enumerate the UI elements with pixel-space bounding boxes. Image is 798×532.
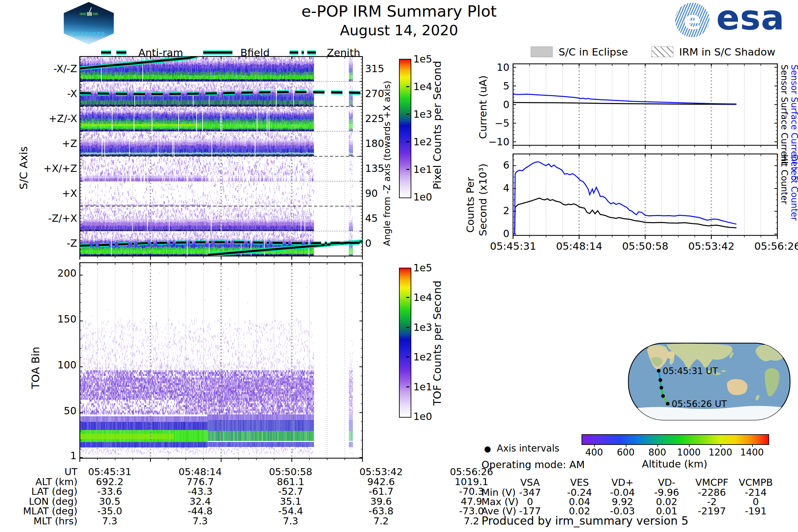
sc-axis-spectrogram-canvas	[79, 56, 363, 261]
esa-logo: e esa	[675, 2, 795, 39]
colorbar-tick-mark	[406, 86, 409, 87]
sensor-current-chart-canvas	[512, 63, 778, 150]
angle-axis-label: Angle from -Z axis (towards +X axis)	[382, 66, 392, 246]
pixel-cb-tick-label: 1e3	[413, 108, 432, 120]
sc-row-label: +X/+Z	[20, 163, 77, 174]
esa-globe-letter: e	[684, 5, 701, 35]
sc-row-label: -Z	[20, 238, 77, 249]
time-tick-label: 05:56:26	[746, 240, 798, 252]
colorbar-tick-mark	[406, 141, 409, 142]
time-tick-label: 05:45:31	[481, 240, 545, 252]
axis-intervals-dot-icon: ●	[484, 444, 491, 454]
vtable-header: VMCPF	[689, 477, 735, 488]
angle-tick-label: 0	[365, 238, 372, 249]
current-tick-label: 10	[476, 61, 509, 73]
toa-spectrogram-canvas	[79, 262, 363, 463]
counters-chart-canvas	[512, 153, 778, 240]
pixel-counts-colorbar	[399, 59, 411, 198]
counts-tick-label: 2	[476, 205, 509, 216]
angle-tick-label: 270	[365, 88, 384, 99]
pixel-counts-colorbar-label: Pixel Counts per Second	[431, 70, 443, 190]
altitude-tick-mark	[626, 444, 626, 447]
colorbar-tick-mark	[406, 169, 409, 170]
eclipse-patch-icon	[531, 46, 553, 57]
tof-counts-colorbar	[399, 268, 411, 418]
dashdot-line-sample	[288, 49, 320, 56]
counts-ylabel-line1: Counts Per	[464, 166, 476, 233]
sensor-surface-current-label: Sensor Surface Current	[779, 64, 790, 165]
esa-wordmark: esa	[716, 0, 785, 38]
legend-label: IRM in S/C Shadow	[679, 46, 775, 58]
tof-cb-tick-label: 1e3	[413, 322, 432, 333]
toa-tick-label: 50	[17, 405, 76, 417]
esa-globe-icon: e	[675, 3, 709, 37]
axis-intervals-label: Axis intervals	[497, 443, 559, 454]
operating-mode-text: Operating mode: AM	[481, 459, 585, 471]
colorbar-tick-mark	[406, 327, 409, 328]
angle-tick-label: 225	[365, 113, 384, 125]
vtable-header: VES	[556, 477, 603, 488]
sc-row-label: -X	[20, 88, 77, 99]
altitude-colorbar	[582, 434, 769, 445]
legend-item-gray: S/C in Eclipse	[531, 46, 628, 58]
solid-line-sample	[202, 49, 234, 56]
axis-interval-dot	[661, 394, 665, 398]
irm-summary-figure: CASSIOPE e-POP IRM Summary Plot August 1…	[0, 0, 798, 532]
tof-cb-tick-label: 1e2	[413, 351, 432, 363]
colorbar-tick-mark	[406, 386, 409, 387]
track-start-label: 05:45:31 UT	[663, 366, 718, 376]
sc-row-label: -Z/+X	[20, 212, 77, 224]
altitude-colorbar-label: Altitude (km)	[582, 458, 768, 470]
altitude-tick-mark	[594, 444, 595, 447]
colorbar-tick-mark	[406, 357, 409, 358]
legend-item-hatched: IRM in S/C Shadow	[651, 46, 775, 58]
toa-tick-label: 100	[17, 359, 76, 371]
time-tick-label: 05:53:42	[680, 240, 743, 252]
altitude-tick-mark	[657, 444, 658, 447]
footer-text: Produced by irm_summary version 5	[481, 514, 689, 527]
angle-tick-label: 135	[365, 163, 384, 174]
current-tick-label: −10	[476, 136, 509, 148]
angle-tick-label: 315	[365, 63, 384, 75]
colorbar-tick-mark	[406, 114, 409, 115]
vtable-header: VD+	[599, 477, 646, 488]
vtable-cell: -191	[733, 506, 779, 517]
tof-counts-colorbar-label: TOF Counts per Second	[431, 279, 443, 406]
sc-axis-ylabel: S/C Axis	[17, 123, 30, 190]
sc-row-label: +Z/-X	[20, 113, 77, 125]
toa-tick-label: 200	[17, 267, 76, 279]
current-tick-label: −5	[476, 117, 509, 129]
tof-cb-tick-label: 1e5	[413, 262, 432, 274]
eph-cell: 7.3	[156, 515, 244, 527]
legend-label: S/C in Eclipse	[558, 46, 628, 58]
dashed-line-sample	[100, 49, 132, 56]
pixel-cb-tick-label: 1e1	[413, 164, 432, 175]
altitude-tick-mark	[689, 444, 690, 447]
angle-tick-label: 180	[365, 138, 384, 149]
sc-row-label: -X/-Z	[20, 63, 77, 75]
toa-tick-label: 150	[17, 313, 76, 325]
angle-tick-label: 45	[365, 212, 378, 224]
sc-row-label: +X	[20, 188, 77, 199]
toa-tick-label: 1	[17, 450, 76, 461]
counts-tick-label: 0	[476, 228, 509, 240]
map-australia	[727, 379, 747, 395]
altitude-tick-mark	[752, 444, 753, 447]
ground-track-map: 05:45:31 UT05:56:26 UT	[628, 342, 791, 421]
tof-cb-tick-label: 1e0	[413, 411, 432, 422]
counts-tick-label: 4	[476, 182, 509, 194]
track-end-label: 05:56:26 UT	[672, 399, 727, 409]
detect-counter-label: Detect Counter	[790, 155, 798, 221]
altitude-tick-label: 1400	[732, 447, 772, 458]
axis-interval-dot	[666, 402, 670, 406]
counts-tick-label: 6	[476, 159, 509, 171]
pixel-cb-tick-label: 1e2	[413, 136, 432, 148]
pixel-cb-tick-label: 1e4	[413, 81, 432, 92]
hit-counter-label: Hit Counter	[779, 155, 790, 204]
time-tick-label: 05:48:14	[548, 240, 611, 252]
current-tick-label: 0	[476, 99, 509, 110]
tof-cb-tick-label: 1e4	[413, 291, 432, 303]
eph-cell: 7.3	[247, 515, 335, 527]
axis-interval-dot	[657, 369, 661, 373]
current-tick-label: 5	[476, 80, 509, 92]
